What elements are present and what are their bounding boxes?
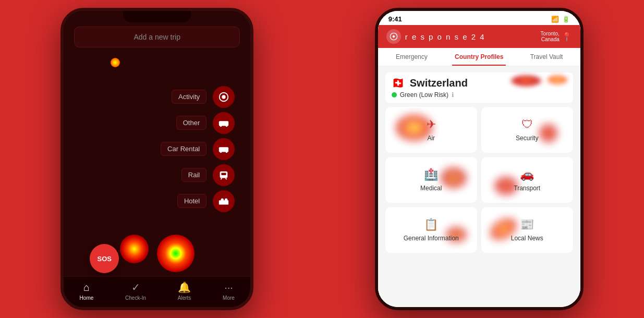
svg-rect-9 <box>222 173 226 175</box>
tab-travel-vault-label: Travel Vault <box>530 53 563 60</box>
country-content: 🇨🇭 Switzerland Green (Low Risk) ℹ <box>378 66 580 307</box>
cards-grid: ✈ Air 🛡 Security 🏥 Medical <box>385 107 573 253</box>
medical-icon: 🏥 <box>424 168 438 181</box>
battery-icon: 🔋 <box>562 16 570 23</box>
air-label: Air <box>427 134 435 142</box>
general-info-label: General Information <box>404 235 459 242</box>
svg-point-3 <box>220 125 222 127</box>
left-phone: Add a new trip Activity Other <box>60 8 253 310</box>
menu-icon-rail <box>213 164 235 186</box>
risk-dot <box>392 92 397 97</box>
status-time: 9:41 <box>388 15 402 23</box>
card-local-news[interactable]: 📰 Local News <box>481 207 573 253</box>
card-transport[interactable]: 🚗 Transport <box>481 157 573 203</box>
app-name: r e s p o n s e 2 4 <box>405 32 485 41</box>
wifi-icon: 📶 <box>551 16 559 23</box>
svg-point-7 <box>226 151 228 153</box>
transport-icon: 🚗 <box>520 168 534 181</box>
local-news-label: Local News <box>511 235 543 242</box>
location-text: Toronto,Canada <box>541 31 560 42</box>
svg-point-6 <box>220 151 222 153</box>
menu-label-other: Other <box>176 116 207 130</box>
local-news-icon: 📰 <box>520 218 534 231</box>
heatmap-circle-small <box>120 235 149 263</box>
menu-icon-car-rental <box>213 138 235 160</box>
svg-rect-13 <box>221 198 224 201</box>
heatmap-blob-security <box>539 124 557 142</box>
list-item[interactable]: Car Rental <box>79 138 235 160</box>
nav-checkin[interactable]: ✓ Check-In <box>125 281 146 301</box>
alerts-icon: 🔔 <box>178 281 191 293</box>
nav-more-label: More <box>223 295 235 301</box>
security-icon: 🛡 <box>521 118 533 131</box>
add-trip-bar[interactable]: Add a new trip <box>74 27 240 47</box>
country-name: Switzerland <box>410 77 468 89</box>
heatmap-circle-large <box>157 235 195 272</box>
bottom-nav: ⌂ Home ✓ Check-In 🔔 Alerts ··· More <box>64 276 250 307</box>
nav-home-label: Home <box>80 295 94 301</box>
risk-level-text: Green (Low Risk) <box>400 91 448 99</box>
menu-icon-activity <box>213 86 235 108</box>
app-header: r e s p o n s e 2 4 Toronto,Canada 📍 <box>378 25 580 48</box>
svg-point-0 <box>222 95 226 99</box>
menu-label-hotel: Hotel <box>177 194 206 208</box>
menu-label-rail: Rail <box>181 168 206 182</box>
home-icon: ⌂ <box>83 282 90 293</box>
logo-icon <box>386 29 401 44</box>
heatmap-blob-medical <box>441 167 467 188</box>
right-phone: 9:41 📶 🔋 r e s p o n s e 2 4 Toronto,Can… <box>375 8 584 310</box>
medical-label: Medical <box>420 185 442 192</box>
country-flag: 🇨🇭 <box>392 77 405 89</box>
tab-country-profiles-label: Country Profiles <box>455 53 503 60</box>
location-button[interactable]: Toronto,Canada 📍 <box>541 31 572 42</box>
tab-emergency-label: Emergency <box>396 53 428 60</box>
app-logo: r e s p o n s e 2 4 <box>386 29 485 44</box>
card-medical[interactable]: 🏥 Medical <box>385 157 477 203</box>
nav-more[interactable]: ··· More <box>223 282 235 301</box>
general-info-icon: 📋 <box>424 218 438 231</box>
nav-home[interactable]: ⌂ Home <box>80 282 94 301</box>
notch <box>123 11 191 22</box>
svg-line-11 <box>226 178 227 179</box>
country-heatmap <box>511 75 568 87</box>
heatmap-dot-1 <box>111 58 120 67</box>
sos-label: SOS <box>98 255 112 263</box>
location-icon: 📍 <box>562 32 572 42</box>
sos-button[interactable]: SOS <box>90 244 119 273</box>
svg-rect-14 <box>225 198 228 201</box>
status-bar: 9:41 📶 🔋 <box>378 11 580 25</box>
card-air[interactable]: ✈ Air <box>385 107 477 153</box>
more-icon: ··· <box>224 282 233 293</box>
nav-alerts-label: Alerts <box>178 295 191 301</box>
list-item[interactable]: Hotel <box>79 190 235 212</box>
tab-travel-vault[interactable]: Travel Vault <box>513 48 580 66</box>
list-item[interactable]: Rail <box>79 164 235 186</box>
tab-country-profiles[interactable]: Country Profiles <box>445 48 513 66</box>
menu-label-car-rental: Car Rental <box>161 142 206 156</box>
nav-alerts[interactable]: 🔔 Alerts <box>178 281 191 301</box>
air-icon: ✈ <box>427 118 436 131</box>
list-item[interactable]: Activity <box>79 86 235 108</box>
list-item[interactable]: Other <box>79 112 235 134</box>
nav-checkin-label: Check-In <box>125 295 146 301</box>
card-general-info[interactable]: 📋 General Information <box>385 207 477 253</box>
menu-icon-other <box>213 112 235 134</box>
checkin-icon: ✓ <box>131 281 140 293</box>
card-security[interactable]: 🛡 Security <box>481 107 573 153</box>
menu-label-activity: Activity <box>172 90 206 104</box>
add-trip-label: Add a new trip <box>134 33 181 41</box>
menu-icon-hotel <box>213 190 235 212</box>
tabs-row: Emergency Country Profiles Travel Vault <box>378 48 580 66</box>
tab-emergency[interactable]: Emergency <box>378 48 445 66</box>
transport-label: Transport <box>514 185 540 192</box>
info-icon: ℹ <box>452 91 454 99</box>
security-label: Security <box>516 134 538 142</box>
svg-point-4 <box>226 125 228 127</box>
menu-items-list: Activity Other <box>64 68 250 229</box>
svg-rect-12 <box>219 200 228 204</box>
status-icons: 📶 🔋 <box>551 16 570 23</box>
svg-line-10 <box>221 178 222 179</box>
